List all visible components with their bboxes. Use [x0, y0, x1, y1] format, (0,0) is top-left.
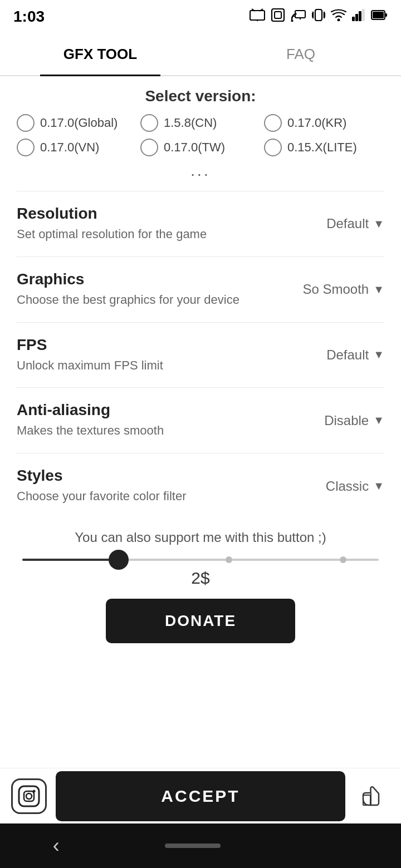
dropdown-arrow-fps: ▼ — [373, 348, 384, 361]
cast-icon — [291, 8, 306, 25]
version-label-vn: 0.17.0(VN) — [40, 140, 99, 155]
version-option-cn[interactable]: 1.5.8(CN) — [140, 114, 261, 132]
svg-rect-22 — [373, 12, 384, 18]
version-option-tw[interactable]: 0.17.0(TW) — [140, 139, 261, 156]
nav-back-button[interactable]: ‹ — [53, 834, 60, 857]
settings-info-resolution: Resolution Set optimal resolution for th… — [17, 205, 315, 243]
settings-info-styles: Styles Choose your favorite color filter — [17, 467, 315, 505]
settings-desc-styles: Choose your favorite color filter — [17, 488, 315, 505]
svg-rect-18 — [355, 14, 358, 21]
settings-info-fps: FPS Unlock maximum FPS limit — [17, 336, 315, 374]
instagram-button[interactable] — [11, 778, 47, 814]
dropdown-value-graphics: So Smooth — [302, 282, 369, 297]
settings-title-graphics: Graphics — [17, 270, 291, 288]
accept-button[interactable]: ACCEPT — [56, 771, 345, 821]
slider-track — [22, 559, 379, 561]
settings-dropdown-graphics[interactable]: So Smooth ▼ — [302, 282, 384, 297]
radio-tw[interactable] — [140, 139, 158, 156]
settings-dropdown-resolution[interactable]: Default ▼ — [326, 216, 384, 231]
version-label-kr: 0.17.0(KR) — [287, 116, 346, 130]
nav-home-indicator[interactable] — [165, 844, 221, 848]
donate-button[interactable]: DONATE — [106, 599, 295, 643]
settings-antialiasing: Anti-aliasing Makes the textures smooth … — [17, 387, 384, 453]
tv-icon — [250, 8, 265, 25]
slider-marker-1 — [226, 556, 232, 563]
main-content: Select version: 0.17.0(Global) 1.5.8(CN)… — [0, 76, 401, 768]
thumbs-up-button[interactable] — [354, 778, 390, 814]
svg-point-26 — [26, 793, 32, 799]
svg-rect-6 — [275, 12, 281, 18]
settings-title-resolution: Resolution — [17, 205, 315, 223]
svg-rect-24 — [19, 786, 39, 806]
tab-bar: GFX TOOL FAQ — [0, 33, 401, 76]
status-time: 1:03 — [13, 8, 45, 26]
version-option-kr[interactable]: 0.17.0(KR) — [264, 114, 384, 132]
version-label-tw: 0.17.0(TW) — [164, 140, 225, 155]
tab-gfx[interactable]: GFX TOOL — [0, 33, 200, 75]
slider-value: 2$ — [22, 569, 379, 588]
dropdown-arrow-styles: ▼ — [373, 480, 384, 492]
svg-rect-19 — [359, 11, 361, 21]
version-title: Select version: — [17, 87, 384, 105]
settings-desc-fps: Unlock maximum FPS limit — [17, 357, 315, 374]
version-option-lite[interactable]: 0.15.X(LITE) — [264, 139, 384, 156]
dropdown-arrow-graphics: ▼ — [373, 283, 384, 296]
settings-title-fps: FPS — [17, 336, 315, 354]
svg-rect-0 — [250, 11, 265, 20]
settings-dropdown-fps[interactable]: Default ▼ — [326, 347, 384, 363]
slider-fill — [22, 559, 119, 561]
slider-marker-2 — [340, 556, 346, 563]
screenshot-icon — [271, 8, 285, 26]
tab-faq[interactable]: FAQ — [200, 33, 401, 75]
settings-row-styles: Styles Choose your favorite color filter… — [17, 467, 384, 505]
version-label-lite: 0.15.X(LITE) — [287, 140, 357, 155]
version-section: Select version: 0.17.0(Global) 1.5.8(CN)… — [17, 87, 384, 180]
dropdown-arrow-antialiasing: ▼ — [373, 414, 384, 427]
more-versions-dots[interactable]: ... — [17, 162, 384, 180]
wifi-icon — [331, 9, 346, 24]
radio-global[interactable] — [17, 114, 35, 132]
settings-desc-antialiasing: Makes the textures smooth — [17, 422, 313, 440]
svg-point-27 — [33, 790, 36, 792]
dropdown-arrow-resolution: ▼ — [373, 218, 384, 230]
svg-rect-25 — [24, 791, 34, 801]
version-grid: 0.17.0(Global) 1.5.8(CN) 0.17.0(KR) 0.17… — [17, 114, 384, 156]
dropdown-value-fps: Default — [326, 347, 369, 363]
radio-vn[interactable] — [17, 139, 35, 156]
settings-info-graphics: Graphics Choose the best graphics for yo… — [17, 270, 291, 309]
settings-dropdown-styles[interactable]: Classic ▼ — [326, 479, 384, 494]
bottom-bar: ACCEPT — [0, 768, 401, 823]
svg-rect-11 — [315, 9, 322, 21]
settings-styles: Styles Choose your favorite color filter… — [17, 453, 384, 519]
settings-title-styles: Styles — [17, 467, 315, 485]
slider-thumb[interactable] — [109, 550, 129, 570]
status-bar: 1:03 — [0, 0, 401, 33]
dropdown-value-resolution: Default — [326, 216, 369, 231]
settings-row-antialiasing: Anti-aliasing Makes the textures smooth … — [17, 401, 384, 440]
svg-rect-23 — [385, 13, 387, 17]
settings-dropdown-antialiasing[interactable]: Disable ▼ — [324, 413, 384, 428]
radio-kr[interactable] — [264, 114, 282, 132]
settings-desc-graphics: Choose the best graphics for your device — [17, 292, 291, 309]
radio-cn[interactable] — [140, 114, 158, 132]
status-icons — [250, 7, 388, 26]
support-text: You can also support me with this button… — [17, 530, 384, 545]
signal-icon — [352, 9, 365, 24]
settings-resolution: Resolution Set optimal resolution for th… — [17, 191, 384, 257]
version-label-cn: 1.5.8(CN) — [164, 116, 217, 130]
dropdown-value-styles: Classic — [326, 479, 369, 494]
radio-lite[interactable] — [264, 139, 282, 156]
settings-row-fps: FPS Unlock maximum FPS limit Default ▼ — [17, 336, 384, 374]
settings-title-antialiasing: Anti-aliasing — [17, 401, 313, 419]
version-option-global[interactable]: 0.17.0(Global) — [17, 114, 137, 132]
support-section: You can also support me with this button… — [17, 519, 384, 665]
version-option-vn[interactable]: 0.17.0(VN) — [17, 139, 137, 156]
settings-row-graphics: Graphics Choose the best graphics for yo… — [17, 270, 384, 309]
svg-rect-17 — [352, 17, 355, 21]
dropdown-value-antialiasing: Disable — [324, 413, 369, 428]
nav-bar: ‹ — [0, 823, 401, 868]
settings-fps: FPS Unlock maximum FPS limit Default ▼ — [17, 322, 384, 388]
vibrate-icon — [312, 7, 325, 26]
slider-container[interactable]: 2$ — [17, 559, 384, 588]
svg-rect-20 — [362, 9, 365, 21]
